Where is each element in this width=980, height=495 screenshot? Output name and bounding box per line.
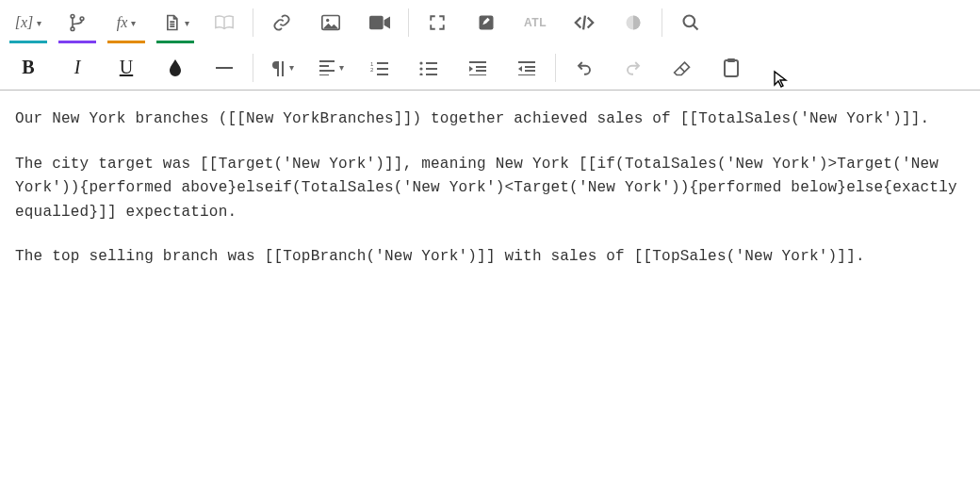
toolbar-separator xyxy=(662,8,662,37)
toolbar-row-2: B I U ▾ ▾ xyxy=(0,45,980,91)
chevron-down-icon: ▾ xyxy=(339,62,344,73)
image-icon xyxy=(321,14,340,31)
link-icon xyxy=(272,13,291,32)
color-button[interactable] xyxy=(151,47,200,89)
chevron-down-icon: ▾ xyxy=(185,18,189,28)
search-icon xyxy=(681,13,700,32)
code-button[interactable] xyxy=(560,2,609,43)
svg-point-11 xyxy=(419,61,422,64)
svg-point-4 xyxy=(326,19,329,22)
field-icon: [x] xyxy=(15,14,34,31)
link-button[interactable] xyxy=(257,2,306,43)
chevron-down-icon: ▾ xyxy=(131,18,136,28)
svg-point-1 xyxy=(71,27,74,31)
align-left-icon xyxy=(318,60,335,75)
book-icon xyxy=(214,13,235,32)
svg-point-2 xyxy=(80,17,84,21)
video-icon xyxy=(369,15,390,30)
bold-button[interactable]: B xyxy=(4,47,53,89)
ordered-list-button[interactable]: 1 2 xyxy=(355,47,404,89)
list-ol-icon: 1 2 xyxy=(370,60,389,75)
edit-note-button[interactable] xyxy=(462,2,511,43)
align-button[interactable]: ▾ xyxy=(306,47,355,89)
redo-icon xyxy=(624,59,643,76)
svg-point-8 xyxy=(684,16,695,27)
svg-rect-15 xyxy=(727,58,735,62)
svg-point-0 xyxy=(71,15,74,19)
bold-icon: B xyxy=(22,57,34,78)
svg-text:2: 2 xyxy=(370,67,374,73)
underline-button[interactable]: U xyxy=(102,47,151,89)
pilcrow-icon xyxy=(270,59,286,76)
fullscreen-button[interactable] xyxy=(413,2,462,43)
list-ul-icon xyxy=(419,60,438,75)
contrast-icon xyxy=(625,14,642,31)
toolbar-row-1: [x] ▾ fx ▾ ▾ xyxy=(0,0,980,45)
book-button[interactable] xyxy=(200,2,249,43)
undo-button[interactable] xyxy=(560,47,609,89)
eraser-button[interactable] xyxy=(658,47,707,89)
svg-rect-5 xyxy=(369,16,384,30)
editor-content[interactable]: Our New York branches ([[New YorkBranche… xyxy=(0,91,980,305)
outdent-icon xyxy=(517,60,536,75)
indent-icon xyxy=(468,60,487,75)
field-insert-button[interactable]: [x] ▾ xyxy=(4,2,53,43)
function-button[interactable]: fx ▾ xyxy=(102,2,151,43)
ink-drop-icon xyxy=(168,58,183,77)
git-branch-icon xyxy=(68,13,87,32)
toolbar: [x] ▾ fx ▾ ▾ xyxy=(0,0,980,91)
editor-paragraph: The top selling branch was [[TopBranch('… xyxy=(15,245,965,270)
editor-paragraph: The city target was [[Target('New York')… xyxy=(15,153,965,225)
fx-icon: fx xyxy=(117,14,128,31)
editor-paragraph: Our New York branches ([[New YorkBranche… xyxy=(15,107,965,132)
italic-icon: I xyxy=(74,57,81,78)
edit-square-icon xyxy=(478,14,495,31)
outdent-button[interactable] xyxy=(502,47,551,89)
indent-button[interactable] xyxy=(453,47,502,89)
atl-icon: ATL xyxy=(524,16,547,29)
toolbar-separator xyxy=(253,8,253,37)
document-lines-icon xyxy=(162,13,181,32)
svg-point-13 xyxy=(419,73,422,75)
fullscreen-icon xyxy=(429,14,446,31)
svg-rect-14 xyxy=(725,60,738,76)
branch-button[interactable] xyxy=(53,2,102,43)
toolbar-separator xyxy=(555,54,556,82)
paragraph-button[interactable]: ▾ xyxy=(257,47,306,89)
video-button[interactable] xyxy=(355,2,404,43)
search-button[interactable] xyxy=(666,2,715,43)
clipboard-icon xyxy=(724,58,739,77)
undo-icon xyxy=(575,59,594,76)
svg-point-12 xyxy=(419,67,422,70)
toolbar-separator xyxy=(408,8,409,37)
italic-button[interactable]: I xyxy=(53,47,102,89)
horizontal-rule-button[interactable] xyxy=(200,47,249,89)
horizontal-rule-icon xyxy=(216,67,233,69)
clipboard-button[interactable] xyxy=(707,47,756,89)
code-icon xyxy=(574,14,595,31)
redo-button[interactable] xyxy=(609,47,658,89)
chevron-down-icon: ▾ xyxy=(289,62,294,73)
toolbar-separator xyxy=(253,54,253,82)
unordered-list-button[interactable] xyxy=(404,47,453,89)
chevron-down-icon: ▾ xyxy=(37,18,41,28)
document-button[interactable]: ▾ xyxy=(151,2,200,43)
eraser-icon xyxy=(673,59,692,76)
atl-button[interactable]: ATL xyxy=(511,2,560,43)
circle-half-button[interactable] xyxy=(609,2,658,43)
image-button[interactable] xyxy=(306,2,355,43)
underline-icon: U xyxy=(120,57,133,78)
